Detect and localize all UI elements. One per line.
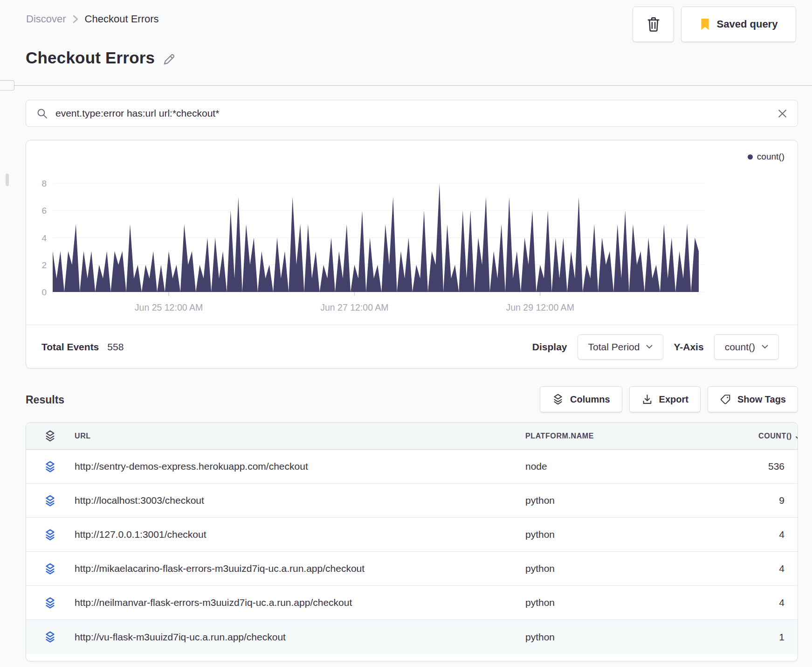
header-stack-icon [26, 430, 75, 442]
legend-count[interactable]: count() [748, 152, 784, 162]
chevron-down-icon [646, 345, 653, 349]
row-platform: python [525, 495, 758, 506]
column-header-platform[interactable]: PLATFORM.NAME [525, 432, 758, 440]
row-platform: python [525, 529, 758, 540]
open-stack-icon[interactable] [26, 460, 75, 473]
layers-icon [552, 393, 564, 405]
table-header-row: URL PLATFORM.NAME COUNT() [26, 423, 798, 450]
tag-icon [720, 394, 731, 405]
svg-text:8: 8 [41, 179, 47, 188]
sidebar-collapse-handle[interactable] [0, 80, 14, 90]
row-url[interactable]: http://127.0.0.1:3001/checkout [75, 529, 525, 540]
discover-page: Discover Checkout Errors Saved query Che… [0, 0, 812, 667]
row-count: 9 [758, 495, 798, 506]
results-heading: Results [26, 394, 64, 406]
legend-dot-icon [748, 154, 753, 160]
search-icon [36, 108, 48, 119]
search-query-text: event.type:error has:url url:*checkout* [55, 108, 778, 119]
columns-button[interactable]: Columns [540, 386, 622, 412]
svg-text:2: 2 [41, 260, 47, 270]
search-input[interactable]: event.type:error has:url url:*checkout* [26, 100, 798, 127]
show-tags-button[interactable]: Show Tags [708, 386, 798, 412]
svg-text:4: 4 [41, 233, 47, 243]
breadcrumb-current: Checkout Errors [85, 13, 159, 25]
page-title: Checkout Errors [26, 49, 155, 67]
table-row: http://127.0.0.1:3001/checkout python 4 [26, 518, 798, 552]
column-header-count[interactable]: COUNT() [758, 431, 798, 441]
table-row: http://mikaelacarino-flask-errors-m3uuiz… [26, 552, 798, 586]
show-tags-button-label: Show Tags [737, 394, 786, 405]
row-count: 4 [758, 529, 798, 540]
delete-query-button[interactable] [633, 7, 674, 42]
open-stack-icon[interactable] [26, 562, 75, 576]
display-label: Display [532, 341, 567, 353]
svg-text:Jun 29 12:00 AM: Jun 29 12:00 AM [506, 302, 574, 313]
clear-search-icon[interactable] [778, 109, 787, 118]
export-button-label: Export [659, 394, 688, 405]
row-url[interactable]: http://localhost:3003/checkout [75, 495, 525, 506]
row-platform: python [525, 597, 758, 608]
events-chart-panel: 02468Jun 25 12:00 AMJun 27 12:00 AMJun 2… [26, 140, 798, 368]
row-platform: python [525, 632, 758, 643]
open-stack-icon[interactable] [26, 494, 75, 507]
chart-footer: Total Events 558 Display Total Period Y-… [26, 325, 798, 368]
chevron-down-icon [762, 345, 768, 349]
row-platform: python [525, 563, 758, 574]
row-count: 4 [758, 563, 798, 574]
yaxis-dropdown-value: count() [725, 341, 755, 353]
svg-text:6: 6 [41, 206, 47, 215]
row-count: 536 [758, 461, 798, 472]
open-stack-icon[interactable] [26, 630, 75, 644]
yaxis-dropdown[interactable]: count() [714, 334, 779, 360]
row-url[interactable]: http://neilmanvar-flask-errors-m3uuizd7i… [75, 597, 525, 608]
edit-title-pencil-icon[interactable] [162, 53, 176, 66]
section-divider [0, 85, 812, 86]
columns-button-label: Columns [570, 394, 610, 405]
export-button[interactable]: Export [629, 386, 701, 412]
breadcrumb: Discover Checkout Errors [26, 13, 159, 25]
display-dropdown[interactable]: Total Period [578, 334, 664, 360]
bookmark-icon [700, 18, 710, 31]
download-icon [641, 394, 653, 405]
svg-text:Jun 27 12:00 AM: Jun 27 12:00 AM [320, 302, 388, 313]
table-row: http://vu-flask-m3uuizd7iq-uc.a.run.app/… [26, 620, 798, 654]
row-count: 4 [758, 597, 798, 608]
table-row: http://neilmanvar-flask-errors-m3uuizd7i… [26, 586, 798, 620]
row-url[interactable]: http://mikaelacarino-flask-errors-m3uuiz… [75, 563, 525, 574]
results-table: URL PLATFORM.NAME COUNT() http://sentry-… [26, 422, 798, 661]
events-area-chart: 02468Jun 25 12:00 AMJun 27 12:00 AMJun 2… [26, 140, 798, 327]
display-dropdown-value: Total Period [588, 341, 640, 353]
trash-icon [647, 16, 661, 32]
saved-query-label: Saved query [717, 18, 778, 30]
table-row: http://localhost:3003/checkout python 9 [26, 484, 798, 518]
row-url[interactable]: http://vu-flask-m3uuizd7iq-uc.a.run.app/… [75, 632, 525, 643]
total-events-label: Total Events [41, 341, 99, 353]
svg-text:0: 0 [41, 287, 47, 297]
row-platform: node [525, 461, 758, 472]
open-stack-icon[interactable] [26, 596, 75, 610]
yaxis-label: Y-Axis [674, 341, 703, 353]
row-count: 1 [758, 632, 798, 643]
breadcrumb-chevron-icon [73, 14, 78, 24]
breadcrumb-discover-link[interactable]: Discover [26, 13, 66, 25]
scrollbar-thumb[interactable] [6, 174, 9, 186]
sort-desc-arrow-icon [795, 431, 798, 441]
column-header-url[interactable]: URL [75, 432, 525, 440]
svg-text:Jun 25 12:00 AM: Jun 25 12:00 AM [135, 302, 203, 313]
legend-label: count() [757, 152, 784, 162]
open-stack-icon[interactable] [26, 528, 75, 542]
total-events-value: 558 [107, 341, 124, 353]
table-row: http://sentry-demos-express.herokuapp.co… [26, 450, 798, 484]
row-url[interactable]: http://sentry-demos-express.herokuapp.co… [75, 461, 525, 472]
saved-query-button[interactable]: Saved query [681, 7, 796, 42]
